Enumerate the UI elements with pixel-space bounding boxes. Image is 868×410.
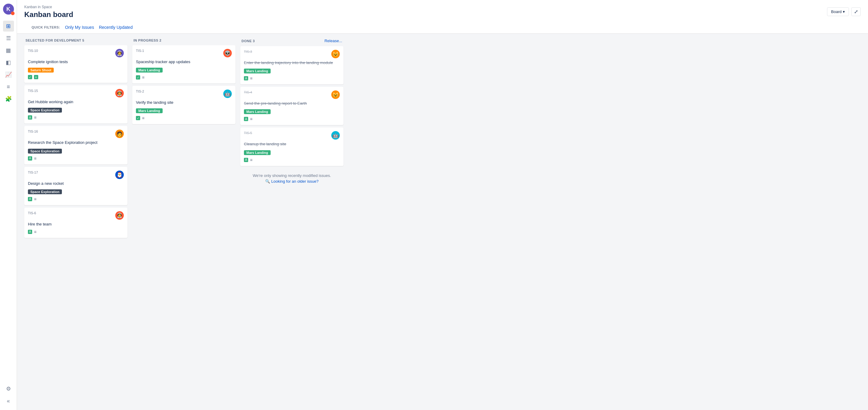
card-id-tis-1: TIS-1	[136, 49, 144, 53]
column-inprogress: IN PROGRESS 2 TIS-1 👽 Spaceship tracker …	[132, 38, 236, 405]
page-header: Kanban in Space Kanban board Board ▾ ⤢ Q…	[17, 0, 868, 34]
priority-icon-tis-16: ≡	[34, 156, 36, 161]
card-id-tis-4: TIS-4	[244, 90, 252, 94]
avatar-tis-6: 🧑‍🚀	[115, 211, 124, 220]
sidebar: K ⊞ ☰ ▦ ◧ 📈 ≡ 🧩 ⚙ «	[0, 0, 17, 410]
only-my-issues-filter[interactable]: Only My Issues	[65, 25, 94, 30]
avatar-tis-16: 🧑	[115, 129, 124, 138]
card-id-tis-17: TIS-17	[28, 171, 38, 174]
chevron-down-icon: ▾	[843, 9, 845, 14]
column-title-inprogress: IN PROGRESS 2	[133, 38, 161, 42]
card-title-tis-16: Research the Space Exploration project	[28, 140, 124, 145]
app-logo[interactable]: K	[3, 4, 14, 14]
release-link[interactable]: Release...	[324, 38, 342, 43]
column-header-done: DONE 3 Release...	[240, 38, 343, 43]
card-tis-6[interactable]: TIS-6 🧑‍🚀 Hire the team A ≡	[24, 208, 127, 238]
avatar-tis-17: 🎅	[115, 171, 124, 179]
sidebar-item-chart[interactable]: ▦	[3, 45, 14, 56]
card-id-tis-6: TIS-6	[28, 211, 36, 215]
card-tag-tis-15: Space Exploration	[28, 108, 62, 113]
sidebar-item-list[interactable]: ☰	[3, 33, 14, 44]
column-title-selected: SELECTED FOR DEVELOPMENT 5	[26, 38, 84, 42]
sidebar-item-board[interactable]: ⊞	[3, 21, 14, 32]
cards-inprogress: TIS-1 👽 Spaceship tracker app updates Ma…	[132, 45, 236, 405]
checkbox-icon-tis-2: ✓	[136, 116, 140, 120]
search-icon: 🔍	[265, 179, 270, 184]
main-content: Kanban in Space Kanban board Board ▾ ⤢ Q…	[17, 0, 868, 410]
avatar-tis-1: 👽	[223, 49, 232, 57]
card-tis-10[interactable]: TIS-10 🧑‍🚀 Complete ignition tests Satur…	[24, 45, 127, 83]
avatar-tis-3: 😺	[331, 50, 340, 58]
card-tis-2[interactable]: TIS-2 🤖 Verify the landing site Mars Lan…	[132, 86, 236, 124]
priority-icon-tis-2: ≡	[142, 116, 145, 120]
priority-icon-tis-15: ≡	[34, 115, 36, 120]
notice-box: We're only showing recently modified iss…	[240, 169, 343, 188]
card-tis-16[interactable]: TIS-16 🧑 Research the Space Exploration …	[24, 126, 127, 164]
expand-icon: ⤢	[854, 9, 858, 14]
cards-selected: TIS-10 🧑‍🚀 Complete ignition tests Satur…	[24, 45, 127, 405]
sidebar-item-puzzle[interactable]: 🧩	[3, 93, 14, 105]
card-title-tis-4: Send the pre-landing report to Earth	[244, 101, 340, 106]
priority-icon-tis-17: ≡	[34, 197, 36, 202]
column-selected: SELECTED FOR DEVELOPMENT 5 TIS-10 🧑‍🚀 Co…	[24, 38, 127, 405]
priority-icon-tis-3: ≡	[250, 76, 252, 81]
sidebar-item-backlog[interactable]: ≡	[3, 81, 14, 92]
column-header-selected: SELECTED FOR DEVELOPMENT 5	[24, 38, 127, 42]
avatar-tis-4: 😺	[331, 90, 340, 99]
priority-icon-tis-5: ≡	[250, 157, 252, 163]
card-title-tis-15: Get Hubble working again	[28, 99, 124, 105]
story-icon-tis-17: A	[28, 197, 32, 201]
card-tis-1[interactable]: TIS-1 👽 Spaceship tracker app updates Ma…	[132, 45, 236, 84]
story-icon-tis-4: A	[244, 117, 248, 121]
card-title-tis-1: Spaceship tracker app updates	[136, 59, 232, 65]
sidebar-item-layers[interactable]: ◧	[3, 57, 14, 68]
project-name: Kanban in Space	[24, 5, 73, 9]
kanban-board: SELECTED FOR DEVELOPMENT 5 TIS-10 🧑‍🚀 Co…	[17, 34, 868, 410]
story-icon-tis-5: A	[244, 158, 248, 162]
card-title-tis-2: Verify the landing site	[136, 100, 232, 105]
avatar-tis-2: 🤖	[223, 90, 232, 98]
card-id-tis-16: TIS-16	[28, 129, 38, 133]
column-header-inprogress: IN PROGRESS 2	[132, 38, 236, 42]
card-id-tis-2: TIS-2	[136, 90, 144, 93]
card-tis-15[interactable]: TIS-15 👨‍🚀 Get Hubble working again Spac…	[24, 85, 127, 123]
card-title-tis-10: Complete ignition tests	[28, 59, 124, 65]
older-issue-link[interactable]: 🔍 Looking for an older issue?	[245, 179, 339, 184]
collapse-icon[interactable]: «	[3, 396, 14, 406]
story-icon-tis-16: A	[28, 156, 32, 160]
card-title-tis-17: Design a new rocket	[28, 181, 124, 186]
settings-icon[interactable]: ⚙	[3, 383, 14, 394]
avatar-tis-10: 🧑‍🚀	[115, 49, 124, 57]
card-title-tis-5: Cleanup the landing site	[244, 141, 340, 147]
quick-filters-label: QUICK FILTERS:	[32, 26, 60, 29]
card-tag-tis-1: Mars Landing	[136, 68, 163, 72]
card-tag-tis-4: Mars Landing	[244, 109, 271, 114]
cards-done: TIS-3 😺 Enter the landing trajectory int…	[240, 46, 343, 405]
card-tis-17[interactable]: TIS-17 🎅 Design a new rocket Space Explo…	[24, 167, 127, 205]
column-title-done: DONE 3	[242, 39, 255, 43]
checkbox-icon-tis-1: ✓	[136, 75, 140, 80]
card-id-tis-10: TIS-10	[28, 49, 38, 53]
priority-icon-tis-6: ≡	[34, 229, 36, 234]
story-icon-tis-15: A	[28, 115, 32, 120]
recently-updated-filter[interactable]: Recently Updated	[99, 25, 132, 30]
quick-filters-bar: QUICK FILTERS: Only My Issues Recently U…	[24, 23, 861, 33]
checkbox-icon-tis-10: ✓	[28, 75, 32, 79]
card-id-tis-5: TIS-5	[244, 131, 252, 135]
story-icon-tis-10: ≡	[34, 75, 38, 79]
card-title-tis-6: Hire the team	[28, 222, 124, 227]
expand-button[interactable]: ⤢	[851, 7, 861, 16]
story-icon-tis-6: A	[28, 230, 32, 234]
avatar-tis-15: 👨‍🚀	[115, 89, 124, 97]
column-done: DONE 3 Release... TIS-3 😺 Enter the land…	[240, 38, 343, 405]
card-tis-5[interactable]: TIS-5 🤖 Cleanup the landing site Mars La…	[240, 127, 343, 166]
card-tag-tis-10: Saturn Shoot	[28, 68, 54, 72]
card-tis-4[interactable]: TIS-4 😺 Send the pre-landing report to E…	[240, 87, 343, 125]
card-id-tis-3: TIS-3	[244, 50, 252, 53]
sidebar-item-reports[interactable]: 📈	[3, 69, 14, 80]
story-icon-tis-3: A	[244, 76, 248, 81]
board-dropdown-button[interactable]: Board ▾	[827, 7, 849, 16]
card-tag-tis-2: Mars Landing	[136, 108, 163, 113]
card-tis-3[interactable]: TIS-3 😺 Enter the landing trajectory int…	[240, 46, 343, 84]
avatar-tis-5: 🤖	[331, 131, 340, 140]
